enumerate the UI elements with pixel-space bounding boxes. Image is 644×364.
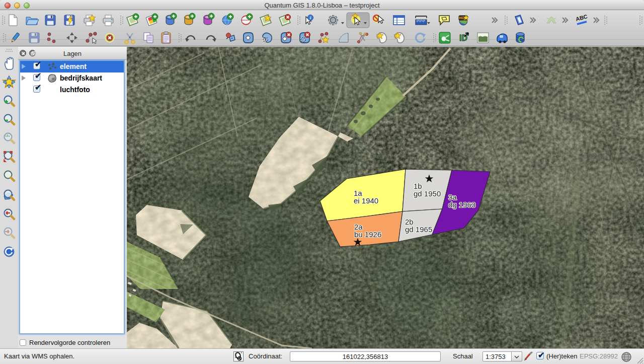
svg-text:gd 1965: gd 1965	[405, 225, 432, 234]
svg-text:bu 1926: bu 1926	[354, 230, 381, 239]
svg-text:gd 1950: gd 1950	[414, 189, 441, 198]
svg-text:dg 1963: dg 1963	[448, 200, 475, 209]
svg-text:ei 1940: ei 1940	[354, 196, 378, 205]
svg-text:ABC: ABC	[575, 13, 588, 22]
